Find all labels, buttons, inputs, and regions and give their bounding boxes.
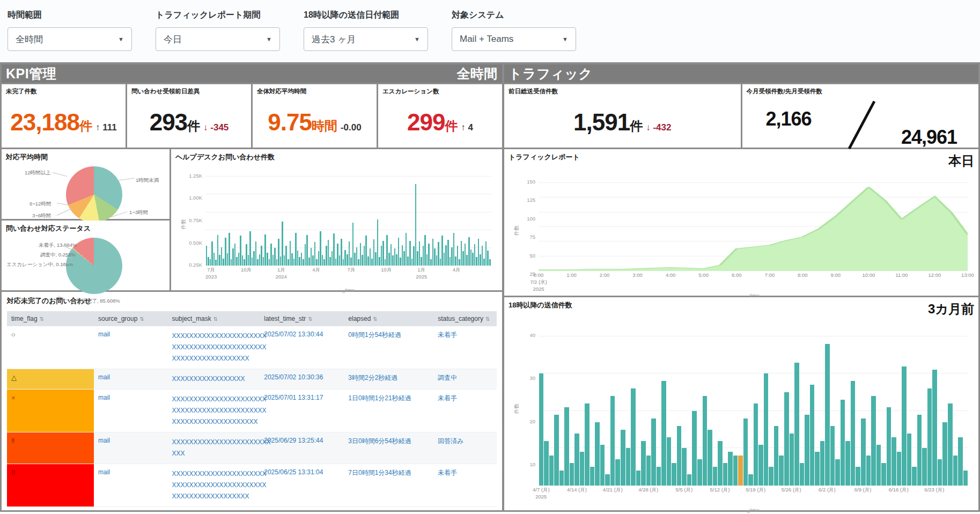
bar <box>861 418 866 486</box>
elapsed-cell[interactable]: 3日0時間6分54秒経過 <box>344 432 433 464</box>
x-tick: 1月2024 <box>276 267 287 281</box>
bar <box>407 256 409 266</box>
bar <box>718 441 723 486</box>
bar <box>450 257 451 266</box>
response-time-pie-panel: 対応平均時間 1時間未満1~3時間3~6時間6~12時間12時間以上 <box>2 149 170 219</box>
status-category-cell[interactable]: 未着手 <box>433 326 497 369</box>
bar <box>215 260 217 266</box>
elapsed-cell[interactable]: 3時間2分2秒経過 <box>344 369 433 390</box>
filter-dropdown-1[interactable]: 今日▼ <box>156 27 280 51</box>
latest-time-cell[interactable]: 2025/06/25 13:31:04 <box>260 464 344 507</box>
bar <box>308 258 310 266</box>
source-group-cell[interactable]: mail <box>94 369 167 390</box>
subject-mask-cell[interactable]: XXXXXXXXXXXXXXXXXXXXXXX XXX <box>167 432 260 464</box>
bar <box>329 257 331 266</box>
y-tick: 40 <box>529 332 535 338</box>
bar <box>459 259 460 266</box>
bar <box>703 396 708 486</box>
kpi-card-value: 293件↓ -345 <box>127 109 251 136</box>
value-unit: 件 <box>630 119 643 133</box>
bar <box>483 259 485 266</box>
kpi-card-0: 未完了件数23,188件↑ 111 <box>2 84 126 148</box>
source-group-cell[interactable]: mail <box>94 432 167 464</box>
bar <box>259 254 261 266</box>
bar <box>830 426 835 486</box>
x-tick: 0:007/2 (水)2025 <box>530 272 547 292</box>
column-header-status_category[interactable]: status_category⇅ <box>433 311 497 326</box>
subject-mask-cell[interactable]: XXXXXXXXXXXXXXXXXXXXXX XXXXXXXXXXXXXXXXX… <box>167 464 260 507</box>
pie-slice-label: エスカレーション中, 0.186% <box>6 261 73 268</box>
bar <box>210 259 211 266</box>
helpdesk-bar-chart[interactable]: 0.25K0.50K0.75K1.00K1.25K件数7月202310月1月20… <box>178 166 496 287</box>
traffic-panel-header: トラフィック <box>504 64 978 83</box>
filter-dropdown-2[interactable]: 過去3 ヶ月▼ <box>304 27 428 51</box>
column-header-subject_mask[interactable]: subject_mask⇅ <box>167 311 260 326</box>
bar <box>485 241 487 266</box>
latest-time-cell[interactable]: 2025/06/29 13:25:44 <box>260 432 344 464</box>
elapsed-cell[interactable]: 7日0時間1分34秒経過 <box>344 464 433 507</box>
latest-time-cell[interactable]: 2025/07/02 13:30:44 <box>260 326 344 369</box>
evening-bar-chart[interactable]: 10203040件数4/7 (月)20254/14 (月)4/21 (月)4/2… <box>511 322 972 507</box>
bar <box>261 246 262 266</box>
elapsed-cell[interactable]: 0時間1分54秒経過 <box>344 326 433 369</box>
status-category-cell[interactable]: 調査中 <box>433 369 497 390</box>
column-header-time_flag[interactable]: time_flag⇅ <box>7 311 94 326</box>
bar <box>306 235 308 266</box>
bar <box>441 236 443 266</box>
source-group-cell[interactable]: mail <box>94 464 167 507</box>
subject-mask-cell[interactable]: XXXXXXXXXXXXXXXXXXXXXX XXXXXXXXXXXXXXXXX… <box>167 390 260 432</box>
bar <box>223 259 224 266</box>
bar <box>398 238 400 266</box>
source-group-cell[interactable]: mail <box>94 390 167 432</box>
time-flag-cell: ‼ <box>7 432 94 464</box>
bar <box>295 233 297 266</box>
bar <box>549 456 554 486</box>
card-title: 前日総送受信件数 <box>509 87 736 96</box>
column-header-elapsed[interactable]: elapsed⇅ <box>344 311 433 326</box>
bar <box>470 249 472 266</box>
bar <box>335 259 337 266</box>
bar <box>267 253 268 266</box>
y-tick: 100 <box>527 215 535 221</box>
pie-slice-label: 対応完了, 85.608% <box>77 298 120 305</box>
chart-plot <box>205 170 491 266</box>
bar <box>907 434 912 486</box>
kpi-card-3: エスカレーション数299件↑ 4 <box>378 84 502 148</box>
traffic-area-chart[interactable]: 255075100125150件数0:007/2 (水)20251:002:00… <box>511 174 972 292</box>
bar <box>733 456 738 486</box>
bar <box>436 255 438 266</box>
sort-icon: ⇅ <box>213 316 218 322</box>
latest-time-cell[interactable]: 2025/07/01 13:31:17 <box>260 390 344 432</box>
bar <box>881 463 886 486</box>
x-axis: 4/7 (月)20254/14 (月)4/21 (月)4/28 (月)5/5 (… <box>539 487 968 506</box>
bar <box>217 235 219 266</box>
bar <box>738 456 743 486</box>
bar <box>314 242 316 266</box>
filter-0: 時間範囲全時間▼ <box>8 10 132 55</box>
bar <box>963 471 968 486</box>
x-tick: 9:00 <box>831 272 841 279</box>
status-category-cell[interactable]: 未着手 <box>433 464 497 507</box>
bar <box>871 396 876 486</box>
status-pie-panel: 問い合わせ対応ステータス 対応完了, 85.608%エスカレーション中, 0.1… <box>2 221 170 290</box>
subject-mask-cell[interactable]: XXXXXXXXXXXXXXXXXXXXXX XXXXXXXXXXXXXXXXX… <box>167 326 260 369</box>
dropdown-value: 過去3 ヶ月 <box>312 33 356 46</box>
status-category-cell[interactable]: 回答済み <box>433 432 497 464</box>
bar <box>922 448 927 486</box>
bar <box>293 259 295 266</box>
filter-dropdown-3[interactable]: Mail + Teams▼ <box>452 27 576 51</box>
subject-mask-cell[interactable]: XXXXXXXXXXXXXXXXX <box>167 369 260 390</box>
column-header-latest_time_str[interactable]: latest_time_str⇅ <box>260 311 344 326</box>
latest-time-cell[interactable]: 2025/07/02 10:30:36 <box>260 369 344 390</box>
bar <box>590 467 595 486</box>
chart-title: トラフィックレポート <box>509 152 580 162</box>
bar <box>303 259 304 266</box>
prev-day-total-value: 1,591 <box>573 109 630 135</box>
y-tick: 125 <box>527 197 535 203</box>
helpdesk-chart-panel: ヘルプデスクお問い合わせ件数 0.25K0.50K0.75K1.00K1.25K… <box>171 149 502 290</box>
column-header-source_group[interactable]: source_group⇅ <box>94 311 167 326</box>
source-group-cell[interactable]: mail <box>94 326 167 369</box>
filter-dropdown-0[interactable]: 全時間▼ <box>8 27 132 51</box>
status-category-cell[interactable]: 未着手 <box>433 390 497 432</box>
elapsed-cell[interactable]: 1日0時間1分21秒経過 <box>344 390 433 432</box>
